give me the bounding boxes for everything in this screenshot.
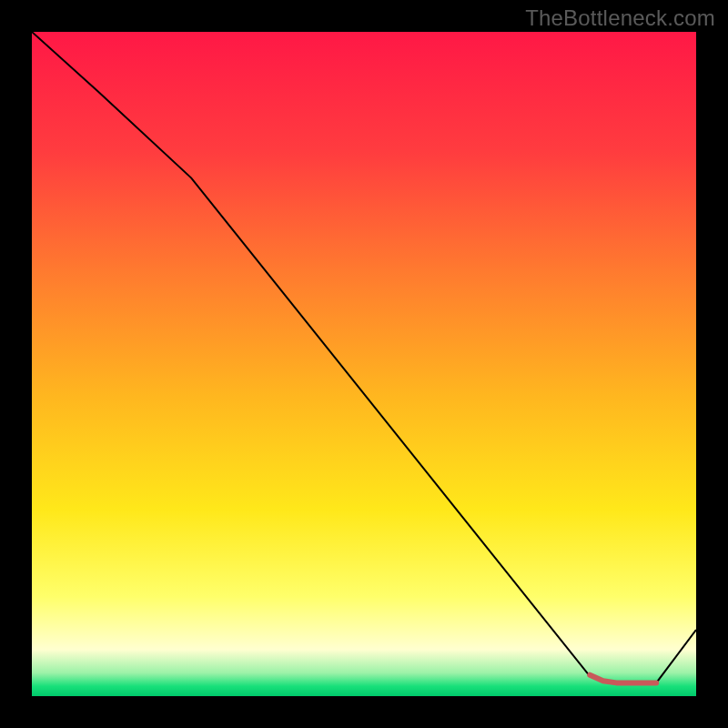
chart-svg <box>32 32 696 696</box>
gradient-background <box>32 32 696 696</box>
watermark-text: TheBottleneck.com <box>525 5 715 31</box>
chart-frame: TheBottleneck.com <box>0 0 728 728</box>
plot-area <box>32 32 696 696</box>
